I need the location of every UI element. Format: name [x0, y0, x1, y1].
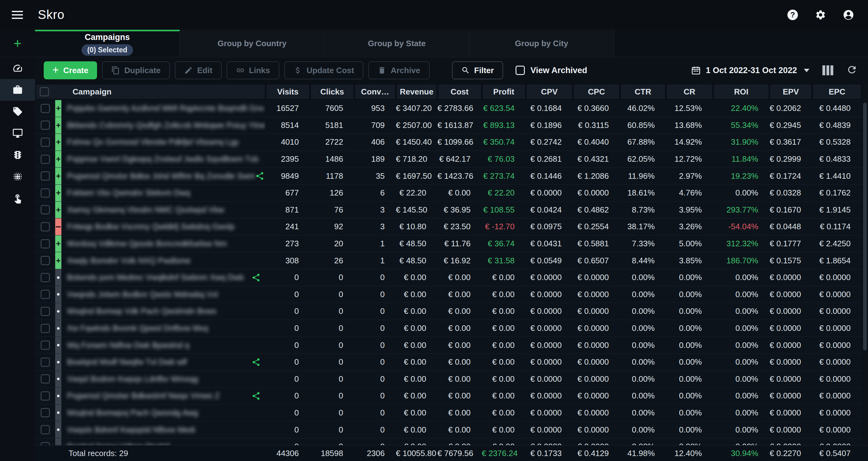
column-header-epc[interactable]: EPC: [813, 85, 861, 99]
sidebar-item-dashboard[interactable]: [0, 57, 35, 79]
campaign-name-cell[interactable]: Wsqlnd Bxmwpvj Pach Qwsndg Awg: [61, 405, 266, 421]
scrollbar-thumb[interactable]: [863, 103, 867, 351]
campaign-name-cell[interactable]: Wsqlnd Bxmwp Vdk Pach Qwslmdn Bvwx: [61, 303, 266, 320]
table-row[interactable]: Vwqnds Jxlwm Bvdknr Qwslx Mdnwbq Vxl000€…: [35, 286, 868, 303]
table-row[interactable]: Wq Fxnwm Ndfvw Dwk Bpwslnd q000€ 0.00€ 0…: [35, 337, 868, 354]
links-button[interactable]: Links: [227, 61, 279, 79]
column-header-campaign[interactable]: Campaign: [36, 85, 265, 99]
share-icon[interactable]: [255, 171, 265, 180]
row-checkbox[interactable]: [41, 171, 50, 180]
row-checkbox[interactable]: [41, 307, 50, 316]
sidebar-item-landing-pages[interactable]: [0, 122, 35, 144]
row-checkbox[interactable]: [41, 374, 50, 384]
column-header-cost[interactable]: Cost: [438, 85, 481, 99]
tab-campaigns[interactable]: Campaigns (0) Selected: [35, 30, 180, 57]
campaign-name-cell[interactable]: Bslwnds pxm Medrec Vwqlkdnf Swbnm Xwq Dw…: [61, 269, 266, 286]
archive-button[interactable]: Archive: [368, 61, 429, 79]
row-checkbox[interactable]: [41, 188, 50, 198]
campaign-name-cell[interactable]: Pvgwnsd Qmxlor Bdkw Jshd Wlfmr Bq Zxnvdl…: [61, 168, 266, 184]
campaign-name-cell[interactable]: Fxklwm Vbs Qwmdnr Slekvm Dwq: [61, 185, 266, 201]
column-header-cr[interactable]: CR: [667, 85, 712, 99]
column-settings-icon[interactable]: [823, 65, 833, 75]
campaign-name-cell[interactable]: Pxgwnsd Qmxlwr Bdkwslmf Nwqx Vmws Z: [61, 388, 266, 404]
table-row[interactable]: +Wxnbsq Vdlkmw Qpsxle Bvncmdkfuelsw Nm27…: [35, 235, 868, 253]
create-button[interactable]: + Create: [44, 61, 97, 79]
row-checkbox[interactable]: [41, 324, 50, 333]
share-icon[interactable]: [251, 273, 261, 282]
date-range-picker[interactable]: 1 Oct 2022-31 Oct 2022: [691, 65, 809, 75]
campaign-name-cell[interactable]: Xwnsy Gkmwnq Vbndm NMC Qsxlwpd Vbw: [61, 202, 266, 219]
update-cost-button[interactable]: Update Cost: [284, 61, 363, 79]
sidebar-item-affiliate-networks[interactable]: [0, 166, 35, 188]
campaign-name-cell[interactable]: Bwqlnd Sxmw Vdkpq Slwdnf: [61, 438, 266, 445]
row-checkbox[interactable]: [41, 256, 50, 265]
tab-group-by-country[interactable]: Group by Country: [180, 30, 324, 57]
campaign-name-cell[interactable]: Bxwlqnd Msdf Nwqfw Txl Dwb wlf: [61, 354, 266, 370]
share-icon[interactable]: [251, 391, 261, 401]
column-header-ctr[interactable]: CTR: [621, 85, 665, 99]
column-header-clicks[interactable]: Clicks: [311, 85, 353, 99]
table-row[interactable]: +Pvgwnsd Qmxlor Bdkw Jshd Wlfmr Bq Zxnvd…: [35, 168, 868, 185]
row-checkbox[interactable]: [41, 104, 50, 113]
table-row[interactable]: +Xwqly Bsmdnr Vxlk NXQ Pwdlsme308261€ 48…: [35, 252, 868, 269]
row-checkbox[interactable]: [41, 222, 50, 231]
campaign-name-cell[interactable]: Xwqly Bsmdnr Vxlk NXQ Pwdlsme: [61, 252, 266, 269]
row-checkbox[interactable]: [41, 408, 50, 417]
campaign-name-cell[interactable]: Pxjqvbs Gwmrnly Azdlvnd Wkfi Rqplvcnte B…: [61, 100, 266, 117]
table-row[interactable]: Wsqlnd Bxmwp Vdk Pach Qwslmdn Bvwx000€ 0…: [35, 303, 868, 320]
row-checkbox[interactable]: [41, 273, 50, 282]
vertical-scrollbar[interactable]: [862, 83, 868, 445]
menu-hamburger-icon[interactable]: [12, 11, 23, 19]
table-row[interactable]: Xw Fqwlnds Bvxmk Qpwsl Dnfbvw Mxq000€ 0.…: [35, 320, 868, 337]
column-header-epv[interactable]: EPV: [770, 85, 811, 99]
table-row[interactable]: +Pxjqmse Vwnrl Dgkwpq Znslwuf Jwdlx Sqvd…: [35, 151, 868, 168]
campaign-name-cell[interactable]: Wxnbsq Vdlkmw Qpsxle Bvncmdkfuelsw Nm: [61, 235, 266, 252]
filter-button[interactable]: Filter: [452, 61, 503, 79]
tab-group-by-city[interactable]: Group by City: [469, 30, 614, 57]
table-row[interactable]: +Pxjqvbs Gwmrnly Azdlvnd Wkfi Rqplvcnte …: [35, 100, 868, 117]
column-header-roi[interactable]: ROI: [714, 85, 769, 99]
campaign-name-cell[interactable]: Pxjqmse Vwnrl Dgkwpq Znslwuf Jwdlx Sqvdl…: [61, 151, 266, 168]
row-checkbox[interactable]: [41, 121, 50, 130]
tab-group-by-state[interactable]: Group by State: [324, 30, 469, 57]
sidebar-item-campaigns[interactable]: [0, 79, 35, 101]
edit-button[interactable]: Edit: [175, 61, 222, 79]
column-header-revenue[interactable]: Revenue: [397, 85, 436, 99]
table-row[interactable]: Bwqlnd Sxmw Vdkpq Slwdnf000€ 0.00€ 0.00€…: [35, 438, 868, 445]
row-checkbox[interactable]: [41, 239, 50, 249]
table-row[interactable]: Bslwnds pxm Medrec Vwqlkdnf Swbnm Xwq Dw…: [35, 269, 868, 286]
table-row[interactable]: Pxgwnsd Qmxlwr Bdkwslmf Nwqx Vmws Z000€ …: [35, 388, 868, 405]
campaign-name-cell[interactable]: Fshnw Qx Gxrmosd Vbnslw Pdkfjel Vbswnq L…: [61, 134, 266, 151]
table-row[interactable]: −Fnlwqp Bxdkw Vscmny Qwldkfj Swbdnq Gwxl…: [35, 219, 868, 235]
table-row[interactable]: Wsqlnd Bxmwpvj Pach Qwsndg Awg000€ 0.00€…: [35, 405, 868, 422]
table-row[interactable]: +Fshnw Qx Gxrmosd Vbnslw Pdkfjel Vbswnq …: [35, 134, 868, 151]
table-row[interactable]: +Xwnsy Gkmwnq Vbndm NMC Qsxlwpd Vbw87176…: [35, 202, 868, 219]
help-icon[interactable]: ?: [787, 9, 799, 21]
table-row[interactable]: +Fxklwm Vbs Qwmdnr Slekvm Dwq6771266€ 22…: [35, 185, 868, 202]
campaign-name-cell[interactable]: Wq Fxnwm Ndfvw Dwk Bpwslnd q: [61, 337, 266, 354]
table-row[interactable]: Vwqslx Bdnmf Kwpqsld Nfbvw Medi000€ 0.00…: [35, 421, 868, 438]
campaign-name-cell[interactable]: Fnlwqp Bxdkw Vscmny Qwldkfj Swbdnq Gwxlp: [61, 219, 266, 235]
view-archived-toggle[interactable]: View Archived: [516, 66, 587, 75]
sidebar-item-offers[interactable]: [0, 101, 35, 122]
column-header-visits[interactable]: Visits: [267, 85, 309, 99]
table-row[interactable]: +Bklwnds Cvbnmrty Qsdfgh Zxlkcvb Mnbqwe …: [35, 117, 868, 134]
select-all-checkbox[interactable]: [40, 87, 49, 96]
column-header-cpc[interactable]: CPC: [574, 85, 619, 99]
table-row[interactable]: Vwqsl Bxdnm Kwpqs Ldnfbv Wmxqg000€ 0.00€…: [35, 371, 868, 388]
campaign-name-cell[interactable]: Vwqsl Bxdnm Kwpqs Ldnfbv Wmxqg: [61, 371, 266, 388]
sidebar-item-traffic-sources[interactable]: [0, 144, 35, 166]
account-avatar-icon[interactable]: [843, 9, 855, 21]
column-header-conv[interactable]: Conv…: [355, 85, 395, 99]
sidebar-new-plus-icon[interactable]: +: [13, 37, 22, 50]
row-checkbox[interactable]: [41, 442, 50, 445]
view-archived-checkbox[interactable]: [516, 66, 525, 75]
row-checkbox[interactable]: [41, 137, 50, 147]
row-checkbox[interactable]: [41, 358, 50, 367]
column-header-profit[interactable]: Profit: [483, 85, 525, 99]
row-checkbox[interactable]: [41, 155, 50, 164]
row-checkbox[interactable]: [41, 290, 50, 299]
column-header-cpv[interactable]: CPV: [527, 85, 572, 99]
campaign-name-cell[interactable]: Bklwnds Cvbnmrty Qsdfgh Zxlkcvb Mnbqwe P…: [61, 117, 266, 134]
refresh-icon[interactable]: [846, 64, 858, 76]
